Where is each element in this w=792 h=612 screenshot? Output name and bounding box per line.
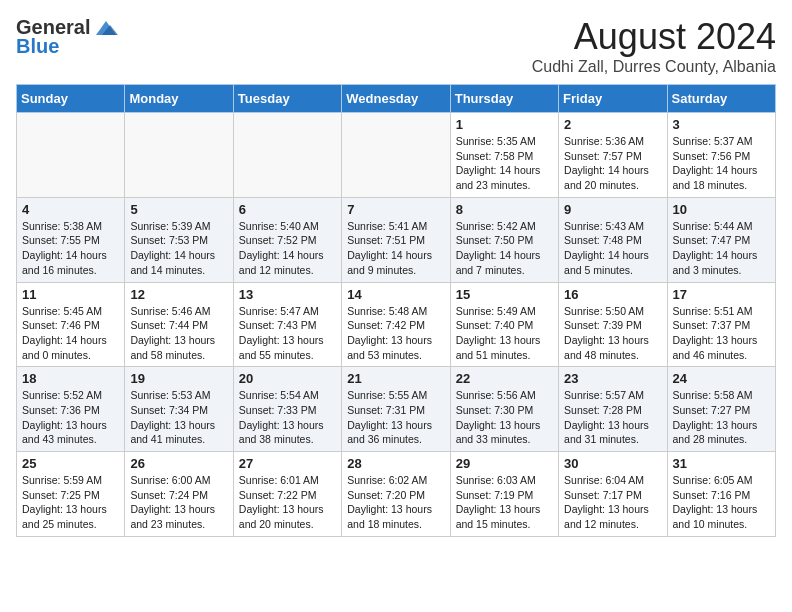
calendar-cell bbox=[233, 113, 341, 198]
day-info: Sunrise: 5:54 AM Sunset: 7:33 PM Dayligh… bbox=[239, 388, 336, 447]
day-info: Sunrise: 5:47 AM Sunset: 7:43 PM Dayligh… bbox=[239, 304, 336, 363]
calendar-cell: 22Sunrise: 5:56 AM Sunset: 7:30 PM Dayli… bbox=[450, 367, 558, 452]
day-info: Sunrise: 5:42 AM Sunset: 7:50 PM Dayligh… bbox=[456, 219, 553, 278]
day-number: 2 bbox=[564, 117, 661, 132]
calendar-cell: 15Sunrise: 5:49 AM Sunset: 7:40 PM Dayli… bbox=[450, 282, 558, 367]
calendar-cell: 19Sunrise: 5:53 AM Sunset: 7:34 PM Dayli… bbox=[125, 367, 233, 452]
day-info: Sunrise: 5:39 AM Sunset: 7:53 PM Dayligh… bbox=[130, 219, 227, 278]
calendar-cell: 13Sunrise: 5:47 AM Sunset: 7:43 PM Dayli… bbox=[233, 282, 341, 367]
day-number: 23 bbox=[564, 371, 661, 386]
calendar-week-row: 11Sunrise: 5:45 AM Sunset: 7:46 PM Dayli… bbox=[17, 282, 776, 367]
calendar-cell: 31Sunrise: 6:05 AM Sunset: 7:16 PM Dayli… bbox=[667, 452, 775, 537]
calendar-cell: 16Sunrise: 5:50 AM Sunset: 7:39 PM Dayli… bbox=[559, 282, 667, 367]
calendar-cell bbox=[342, 113, 450, 198]
day-number: 5 bbox=[130, 202, 227, 217]
day-number: 28 bbox=[347, 456, 444, 471]
calendar-cell: 6Sunrise: 5:40 AM Sunset: 7:52 PM Daylig… bbox=[233, 197, 341, 282]
day-number: 12 bbox=[130, 287, 227, 302]
calendar-cell: 28Sunrise: 6:02 AM Sunset: 7:20 PM Dayli… bbox=[342, 452, 450, 537]
day-number: 11 bbox=[22, 287, 119, 302]
calendar-cell: 3Sunrise: 5:37 AM Sunset: 7:56 PM Daylig… bbox=[667, 113, 775, 198]
calendar-week-row: 18Sunrise: 5:52 AM Sunset: 7:36 PM Dayli… bbox=[17, 367, 776, 452]
day-number: 20 bbox=[239, 371, 336, 386]
day-info: Sunrise: 5:53 AM Sunset: 7:34 PM Dayligh… bbox=[130, 388, 227, 447]
day-number: 10 bbox=[673, 202, 770, 217]
day-number: 7 bbox=[347, 202, 444, 217]
header-saturday: Saturday bbox=[667, 85, 775, 113]
header-wednesday: Wednesday bbox=[342, 85, 450, 113]
day-number: 18 bbox=[22, 371, 119, 386]
day-info: Sunrise: 6:04 AM Sunset: 7:17 PM Dayligh… bbox=[564, 473, 661, 532]
calendar-cell: 7Sunrise: 5:41 AM Sunset: 7:51 PM Daylig… bbox=[342, 197, 450, 282]
day-info: Sunrise: 5:51 AM Sunset: 7:37 PM Dayligh… bbox=[673, 304, 770, 363]
logo: General Blue bbox=[16, 16, 120, 58]
calendar-cell: 20Sunrise: 5:54 AM Sunset: 7:33 PM Dayli… bbox=[233, 367, 341, 452]
calendar-cell: 5Sunrise: 5:39 AM Sunset: 7:53 PM Daylig… bbox=[125, 197, 233, 282]
calendar-cell: 25Sunrise: 5:59 AM Sunset: 7:25 PM Dayli… bbox=[17, 452, 125, 537]
day-info: Sunrise: 5:52 AM Sunset: 7:36 PM Dayligh… bbox=[22, 388, 119, 447]
day-info: Sunrise: 5:45 AM Sunset: 7:46 PM Dayligh… bbox=[22, 304, 119, 363]
day-info: Sunrise: 5:57 AM Sunset: 7:28 PM Dayligh… bbox=[564, 388, 661, 447]
calendar-cell: 1Sunrise: 5:35 AM Sunset: 7:58 PM Daylig… bbox=[450, 113, 558, 198]
page-header: General Blue August 2024 Cudhi Zall, Dur… bbox=[16, 16, 776, 76]
header-friday: Friday bbox=[559, 85, 667, 113]
calendar-cell: 27Sunrise: 6:01 AM Sunset: 7:22 PM Dayli… bbox=[233, 452, 341, 537]
calendar-cell: 18Sunrise: 5:52 AM Sunset: 7:36 PM Dayli… bbox=[17, 367, 125, 452]
day-number: 9 bbox=[564, 202, 661, 217]
day-info: Sunrise: 5:36 AM Sunset: 7:57 PM Dayligh… bbox=[564, 134, 661, 193]
day-number: 25 bbox=[22, 456, 119, 471]
day-info: Sunrise: 5:35 AM Sunset: 7:58 PM Dayligh… bbox=[456, 134, 553, 193]
calendar-table: SundayMondayTuesdayWednesdayThursdayFrid… bbox=[16, 84, 776, 537]
day-info: Sunrise: 5:58 AM Sunset: 7:27 PM Dayligh… bbox=[673, 388, 770, 447]
day-number: 26 bbox=[130, 456, 227, 471]
header-monday: Monday bbox=[125, 85, 233, 113]
calendar-cell: 9Sunrise: 5:43 AM Sunset: 7:48 PM Daylig… bbox=[559, 197, 667, 282]
calendar-header-row: SundayMondayTuesdayWednesdayThursdayFrid… bbox=[17, 85, 776, 113]
day-number: 13 bbox=[239, 287, 336, 302]
day-info: Sunrise: 5:46 AM Sunset: 7:44 PM Dayligh… bbox=[130, 304, 227, 363]
day-number: 8 bbox=[456, 202, 553, 217]
logo-icon bbox=[92, 17, 120, 39]
calendar-week-row: 4Sunrise: 5:38 AM Sunset: 7:55 PM Daylig… bbox=[17, 197, 776, 282]
logo-blue-text: Blue bbox=[16, 35, 59, 58]
day-number: 3 bbox=[673, 117, 770, 132]
calendar-cell: 4Sunrise: 5:38 AM Sunset: 7:55 PM Daylig… bbox=[17, 197, 125, 282]
day-number: 22 bbox=[456, 371, 553, 386]
month-title: August 2024 bbox=[532, 16, 776, 58]
calendar-cell: 23Sunrise: 5:57 AM Sunset: 7:28 PM Dayli… bbox=[559, 367, 667, 452]
header-thursday: Thursday bbox=[450, 85, 558, 113]
day-info: Sunrise: 5:55 AM Sunset: 7:31 PM Dayligh… bbox=[347, 388, 444, 447]
day-number: 30 bbox=[564, 456, 661, 471]
header-tuesday: Tuesday bbox=[233, 85, 341, 113]
title-area: August 2024 Cudhi Zall, Durres County, A… bbox=[532, 16, 776, 76]
day-info: Sunrise: 5:43 AM Sunset: 7:48 PM Dayligh… bbox=[564, 219, 661, 278]
calendar-week-row: 1Sunrise: 5:35 AM Sunset: 7:58 PM Daylig… bbox=[17, 113, 776, 198]
calendar-cell: 11Sunrise: 5:45 AM Sunset: 7:46 PM Dayli… bbox=[17, 282, 125, 367]
day-number: 31 bbox=[673, 456, 770, 471]
day-info: Sunrise: 5:48 AM Sunset: 7:42 PM Dayligh… bbox=[347, 304, 444, 363]
day-number: 29 bbox=[456, 456, 553, 471]
day-number: 19 bbox=[130, 371, 227, 386]
day-info: Sunrise: 5:40 AM Sunset: 7:52 PM Dayligh… bbox=[239, 219, 336, 278]
day-info: Sunrise: 5:37 AM Sunset: 7:56 PM Dayligh… bbox=[673, 134, 770, 193]
calendar-cell: 8Sunrise: 5:42 AM Sunset: 7:50 PM Daylig… bbox=[450, 197, 558, 282]
day-info: Sunrise: 5:49 AM Sunset: 7:40 PM Dayligh… bbox=[456, 304, 553, 363]
day-number: 4 bbox=[22, 202, 119, 217]
day-number: 17 bbox=[673, 287, 770, 302]
calendar-cell: 24Sunrise: 5:58 AM Sunset: 7:27 PM Dayli… bbox=[667, 367, 775, 452]
calendar-cell: 12Sunrise: 5:46 AM Sunset: 7:44 PM Dayli… bbox=[125, 282, 233, 367]
day-number: 1 bbox=[456, 117, 553, 132]
day-info: Sunrise: 6:05 AM Sunset: 7:16 PM Dayligh… bbox=[673, 473, 770, 532]
day-info: Sunrise: 5:44 AM Sunset: 7:47 PM Dayligh… bbox=[673, 219, 770, 278]
calendar-cell bbox=[125, 113, 233, 198]
calendar-cell bbox=[17, 113, 125, 198]
day-info: Sunrise: 6:00 AM Sunset: 7:24 PM Dayligh… bbox=[130, 473, 227, 532]
day-number: 21 bbox=[347, 371, 444, 386]
day-number: 16 bbox=[564, 287, 661, 302]
day-number: 24 bbox=[673, 371, 770, 386]
location-title: Cudhi Zall, Durres County, Albania bbox=[532, 58, 776, 76]
calendar-cell: 14Sunrise: 5:48 AM Sunset: 7:42 PM Dayli… bbox=[342, 282, 450, 367]
calendar-cell: 21Sunrise: 5:55 AM Sunset: 7:31 PM Dayli… bbox=[342, 367, 450, 452]
day-number: 15 bbox=[456, 287, 553, 302]
calendar-week-row: 25Sunrise: 5:59 AM Sunset: 7:25 PM Dayli… bbox=[17, 452, 776, 537]
